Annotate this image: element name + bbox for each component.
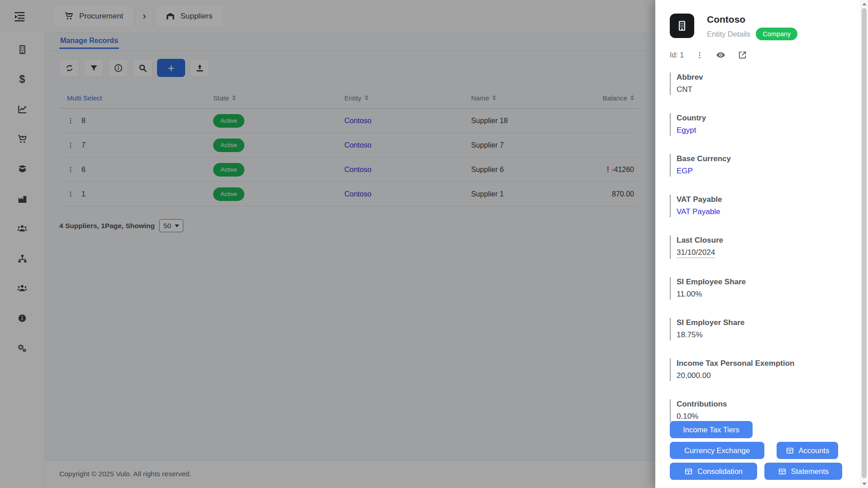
kebab-icon[interactable] — [696, 51, 704, 60]
field-label: Contributions — [677, 400, 842, 409]
field-abbrev: Abbrev CNT — [670, 72, 842, 95]
app-window: Procurement › Suppliers — [0, 0, 868, 488]
field-income-tax-personal-exemption: Income Tax Personal Exemption 20,000.00 — [670, 359, 842, 381]
scroll-down-arrow-icon[interactable] — [862, 483, 867, 485]
table-grid-icon — [778, 467, 787, 476]
building-icon — [676, 20, 688, 32]
field-last-closure: Last Closure 31/10/2024 — [670, 235, 842, 259]
drawer-id-row: Id: 1 — [670, 50, 747, 60]
drawer-subtitle: Entity Details — [707, 30, 750, 38]
field-label: Income Tax Personal Exemption — [677, 359, 842, 368]
field-country: Country Egypt — [670, 113, 842, 136]
field-vat-payable: VAT Payable VAT Payable — [670, 195, 842, 217]
eye-icon[interactable] — [715, 50, 726, 60]
entity-id: Id: 1 — [670, 51, 684, 59]
drawer-subtitle-row: Entity Details Company — [707, 28, 797, 40]
field-value-link[interactable]: EGP — [677, 167, 842, 176]
field-value: 20,000.00 — [677, 371, 842, 380]
field-value: 0.10% — [677, 412, 842, 421]
field-label: SI Employee Share — [677, 277, 842, 287]
entity-avatar — [670, 14, 694, 38]
field-label: Abbrev — [677, 73, 842, 82]
field-value-link[interactable]: VAT Payable — [677, 207, 842, 216]
scroll-up-arrow-icon[interactable] — [862, 3, 867, 5]
field-label: Base Currency — [677, 154, 842, 163]
field-contributions: Contributions 0.10% — [670, 399, 842, 422]
field-si-employee-share: SI Employee Share 11.00% — [670, 277, 842, 300]
drawer-backdrop[interactable] — [0, 0, 655, 488]
field-label: VAT Payable — [677, 195, 842, 204]
field-label: Country — [677, 114, 842, 123]
currency-exchange-button[interactable]: Currency Exchange — [670, 442, 764, 459]
field-si-employer-share: SI Employer Share 18.75% — [670, 318, 842, 340]
field-label: Last Closure — [677, 236, 842, 245]
statements-button[interactable]: Statements — [764, 463, 842, 480]
entity-details-drawer: Contoso Entity Details Company Id: 1 — [655, 0, 868, 488]
drawer-fields: Abbrev CNT Country Egypt Base Currency E… — [670, 72, 842, 440]
accounts-button[interactable]: Accounts — [777, 442, 838, 459]
income-tax-tiers-button[interactable]: Income Tax Tiers — [670, 421, 753, 438]
field-value-link[interactable]: Egypt — [677, 126, 842, 135]
external-link-icon[interactable] — [738, 50, 747, 60]
field-value: 18.75% — [677, 330, 842, 340]
drawer-title: Contoso — [707, 14, 745, 25]
field-value: CNT — [677, 85, 842, 94]
field-value: 11.00% — [677, 290, 842, 299]
field-label: SI Employer Share — [677, 318, 842, 327]
field-base-currency: Base Currency EGP — [670, 154, 842, 177]
entity-type-badge[interactable]: Company — [756, 28, 797, 40]
drawer-scrollbar[interactable] — [860, 0, 868, 488]
table-grid-icon — [786, 446, 794, 455]
scrollbar-thumb[interactable] — [862, 8, 867, 478]
consolidation-button[interactable]: Consolidation — [670, 463, 757, 480]
field-value-date[interactable]: 31/10/2024 — [677, 248, 715, 258]
table-grid-icon — [684, 467, 693, 476]
